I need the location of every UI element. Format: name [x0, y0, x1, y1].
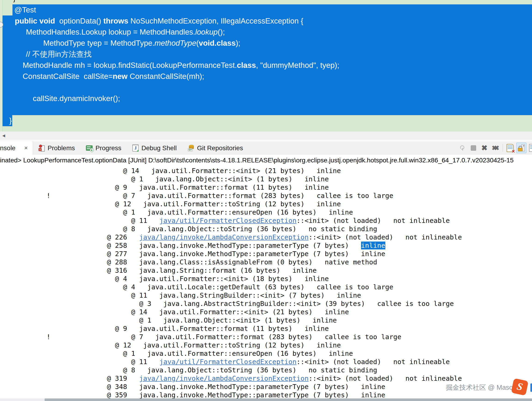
code-line: public void optionData() throws NoSuchMe… — [15, 15, 303, 26]
tab-debug-shell[interactable]: J Debug Shell — [127, 142, 182, 154]
remove-all-terminated-icon: ✖✖ — [492, 144, 500, 152]
console-line: ! @ 7 java.util.Formatter::format (283 b… — [46, 333, 462, 341]
console-line: @ 4 java.util.Locale::getDefault (63 byt… — [46, 283, 462, 291]
code-line: @Test — [14, 4, 36, 15]
edge-clipped-element — [530, 383, 532, 392]
console-output[interactable]: @ 14 java.util.Formatter::<init> (21 byt… — [0, 166, 532, 398]
tab-git-repositories-label: Git Repositories — [197, 144, 243, 152]
console-line: @ 1 java.util.Formatter::ensureOpen (16 … — [46, 208, 462, 216]
code-line: } — [9, 115, 12, 126]
console-line: @ 316 java.lang.String::format (16 bytes… — [46, 266, 462, 275]
scroll-lock-button[interactable] — [516, 142, 526, 153]
console-line: @ 14 java.util.Formatter::<init> (21 byt… — [46, 308, 462, 316]
code-line: MethodHandles.Lookup lookup = MethodHand… — [26, 26, 225, 38]
console-line: @ 3 java.lang.AbstractStringBuilder::<in… — [46, 299, 462, 308]
terminate-button-disabled[interactable] — [469, 143, 478, 153]
console-line: @ 9 java.util.Formatter::format (11 byte… — [46, 183, 462, 191]
console-line: @ 359 java.lang.invoke.MethodType::param… — [46, 391, 462, 398]
scroll-left-arrow-icon[interactable]: ◀ — [2, 133, 5, 138]
code-line: } — [13, 0, 16, 4]
highlighted-text: inline — [361, 241, 385, 249]
console-class-link[interactable]: java/util/FormatterClosedException — [159, 358, 297, 366]
tab-git-repositories[interactable]: GIT Git Repositories — [182, 142, 248, 154]
console-line: @ 4 java.util.Formatter::<init> (18 byte… — [46, 275, 462, 283]
tab-console-label: nsole — [0, 144, 15, 152]
code-line: // 不使用in方法查找 — [26, 49, 91, 60]
code-line: ConstantCallSite callSite=new ConstantCa… — [23, 71, 204, 82]
sync-button-disabled[interactable]: ⟳ — [457, 143, 467, 153]
tab-progress-label: Progress — [95, 144, 121, 152]
terminate-icon — [471, 145, 476, 151]
console-toolbar: ⟳ ✖ ✖✖ ✕ ↵ — [457, 142, 532, 154]
scroll-lock-icon — [518, 144, 525, 151]
console-line: @ 11 java/util/FormatterClosedException:… — [46, 216, 462, 225]
console-status-line: inated> LookupPerformanceTest.optionData… — [0, 154, 532, 166]
console-line: @ 12 java.util.Formatter::toString (12 b… — [46, 341, 462, 349]
console-line: @ 11 java/util/FormatterClosedException:… — [46, 358, 462, 366]
console-line: @ 348 java.lang.invoke.MethodType::param… — [46, 382, 462, 391]
remove-all-terminated-button[interactable]: ✖✖ — [491, 143, 500, 153]
tab-progress[interactable]: ▶ Progress — [80, 142, 127, 154]
console-line: @ 277 java.lang.invoke.MethodType::param… — [46, 250, 462, 258]
code-line: callSite.dynamicInvoker(); — [33, 93, 120, 104]
scrollbar-thumb[interactable] — [44, 398, 532, 401]
code-editor[interactable]: }@Testpublic void optionData() throws No… — [0, 0, 532, 131]
selection-rect — [13, 4, 532, 15]
sync-icon: ⟳ — [458, 145, 466, 151]
console-class-link[interactable]: java/util/FormatterClosedException — [159, 217, 297, 224]
remove-launch-button[interactable]: ✖ — [480, 143, 489, 153]
debug-shell-icon: J — [132, 144, 139, 152]
console-lines: @ 14 java.util.Formatter::<init> (21 byt… — [46, 167, 462, 398]
git-repositories-icon: GIT — [188, 145, 194, 151]
remove-launch-icon: ✖ — [481, 143, 488, 152]
toolbar-separator — [503, 144, 503, 152]
clear-console-button[interactable]: ✕ — [505, 143, 515, 153]
console-line: @ 9 java.util.Formatter::format (11 byte… — [46, 324, 462, 333]
tab-debug-shell-label: Debug Shell — [141, 144, 177, 152]
word-wrap-button[interactable]: ↵ — [528, 143, 532, 153]
console-class-link[interactable]: java/lang/invoke/LambdaConversionExcepti… — [139, 233, 309, 241]
console-line: @ 258 java.lang.invoke.MethodType::param… — [46, 241, 462, 250]
code-line: MethodHandle mh = lookup.findStatic(Look… — [23, 60, 339, 71]
console-hscrollbar[interactable] — [0, 398, 532, 401]
console-line: @ 226 java/lang/invoke/LambdaConversionE… — [46, 233, 462, 241]
console-line: @ 288 java.lang.Class::isAssignableFrom … — [46, 258, 462, 266]
console-line: @ 319 java/lang/invoke/LambdaConversionE… — [46, 374, 462, 382]
tab-problems[interactable]: x Problems — [33, 142, 80, 154]
console-line: @ 1 java.util.Formatter::ensureOpen (16 … — [46, 349, 462, 358]
console-line: @ 8 java.lang.Object::toString (36 bytes… — [46, 225, 462, 233]
console-class-link[interactable]: java/lang/invoke/LambdaConversionExcepti… — [139, 375, 309, 382]
tab-console[interactable]: nsole × — [0, 142, 33, 154]
console-line: @ 14 java.util.Formatter::<init> (21 byt… — [46, 167, 462, 175]
tab-close-icon[interactable]: × — [24, 144, 28, 152]
console-line: @ 1 java.lang.Object::<init> (1 bytes) i… — [46, 175, 462, 183]
word-wrap-icon: ↵ — [529, 144, 532, 152]
tab-problems-label: Problems — [48, 144, 75, 152]
progress-icon: ▶ — [86, 145, 93, 151]
editor-gutter — [0, 0, 3, 131]
juejin-logo-icon: S — [511, 378, 529, 396]
app-window: }@Testpublic void optionData() throws No… — [0, 0, 532, 401]
clear-console-icon: ✕ — [507, 144, 514, 152]
console-line: ! @ 7 java.util.Formatter::format (283 b… — [46, 191, 462, 200]
console-line: @ 12 java.util.Formatter::toString (12 b… — [46, 200, 462, 208]
editor-hscrollbar[interactable]: ◀ — [0, 131, 532, 140]
view-tabbar: nsole × x Problems ▶ Progress J Debug Sh… — [0, 142, 532, 155]
console-line: @ 8 java.lang.Object::toString (36 bytes… — [46, 366, 462, 374]
problems-icon: x — [38, 145, 45, 151]
console-line: @ 11 java.lang.StringBuilder::<init> (7 … — [46, 291, 462, 299]
code-line: MethodType tyep = MethodType.methodType(… — [43, 38, 240, 49]
console-line: @ 1 java.lang.Object::<init> (1 bytes) i… — [46, 316, 462, 324]
